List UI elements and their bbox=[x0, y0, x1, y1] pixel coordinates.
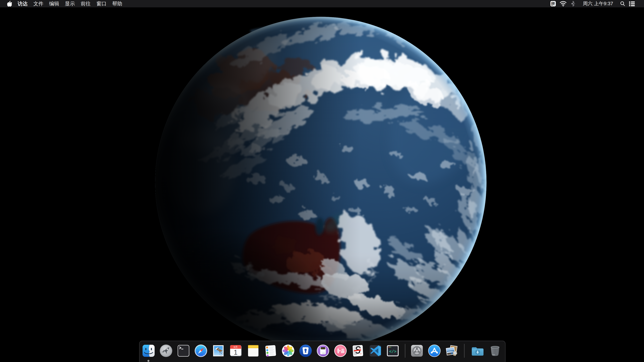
svg-text:1: 1 bbox=[234, 349, 238, 356]
svg-text:m·o: m·o bbox=[322, 352, 325, 354]
svg-text:</>: </> bbox=[389, 350, 396, 354]
svg-text:6月: 6月 bbox=[234, 346, 238, 349]
